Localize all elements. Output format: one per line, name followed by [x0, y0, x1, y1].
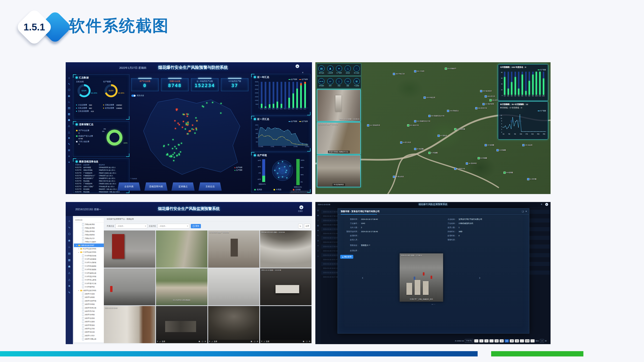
- page-button-14[interactable]: 14: [505, 339, 509, 343]
- map-marker[interactable]: 82-药物棚: [478, 157, 487, 159]
- map-marker[interactable]: 150-成品库: [522, 144, 532, 146]
- gear-icon[interactable]: ⚙: [541, 203, 542, 205]
- tree-item[interactable]: 浏阳市澄潭江镇: [74, 306, 104, 309]
- tool-area[interactable]: ▱面积: [326, 78, 334, 87]
- tl-close-icon[interactable]: ✕: [302, 71, 304, 74]
- gear-icon[interactable]: ⚙: [257, 341, 258, 343]
- br-user-avatar[interactable]: ☻: [545, 203, 548, 206]
- page-button-2[interactable]: 2: [484, 339, 488, 343]
- tree-item[interactable]: ▾浏阳市应急管理局: [74, 289, 104, 292]
- violation-row[interactable]: 01月27日明达花炮35栋引线中转 超人员1人: [75, 180, 128, 182]
- tab-2[interactable]: 违规违章列表: [144, 182, 168, 191]
- fullscreen-icon[interactable]: ❏: [306, 341, 307, 343]
- mute-icon[interactable]: ♪̸: [159, 341, 160, 343]
- map-marker[interactable]: 87-装药房: [438, 135, 447, 137]
- map-marker[interactable]: 231-药物烘干: [445, 67, 456, 70]
- tool-people[interactable]: ♟人员报警: [326, 65, 334, 74]
- video-cell-9[interactable]: 2021-12-13 13:45: [104, 306, 155, 343]
- mute-icon[interactable]: ♪̸: [264, 341, 265, 343]
- clock-icon[interactable]: ⬡: [67, 232, 71, 236]
- tree-item[interactable]: ▾湖南省应急管理厅: [74, 244, 104, 247]
- video-cell-11[interactable]: Ⅱ♪̸直播▣❏⚙: [208, 306, 260, 343]
- map-marker[interactable]: 21-码放棚: [428, 152, 438, 154]
- tree-item[interactable]: 宁乡市老粮仓镇: [74, 271, 104, 275]
- toggle-pill[interactable]: [131, 95, 136, 97]
- next-arrow[interactable]: ›: [479, 276, 480, 280]
- tree-item[interactable]: 浏阳市文家市镇: [74, 299, 104, 303]
- pause-icon[interactable]: Ⅱ: [157, 341, 158, 343]
- tree-item[interactable]: 万载县株潭镇: [74, 223, 104, 226]
- list-icon[interactable]: ≡: [67, 154, 71, 158]
- enterprise-dot[interactable]: [220, 103, 222, 104]
- map-marker[interactable]: 36-黑火药库: [393, 176, 404, 178]
- tool-clipboard[interactable]: ▤基本信息: [318, 65, 326, 74]
- enterprise-dot[interactable]: [174, 157, 175, 158]
- tree-item[interactable]: 万载县马步乡: [74, 237, 104, 240]
- video-cell-7[interactable]: [208, 268, 260, 306]
- diamond-icon[interactable]: ⚠: [67, 271, 71, 275]
- enterprise-dot[interactable]: [178, 153, 180, 154]
- tree-item[interactable]: 万载县潭埠镇: [74, 230, 104, 233]
- enterprise-dot[interactable]: [179, 124, 180, 125]
- map-marker[interactable]: 308-炸药中转: [475, 107, 487, 109]
- video-cell-6[interactable]: 24-1与25号工房专用通道: [156, 268, 208, 306]
- alarm-icon[interactable]: ▦: [67, 258, 71, 262]
- goto-input[interactable]: 14: [540, 339, 544, 343]
- pip-icon[interactable]: ▣: [251, 341, 252, 343]
- per-page-select[interactable]: 20条/页 ▾: [465, 339, 473, 343]
- violation-row[interactable]: 01月27日金科来烟花150A栋装药间 超人员1人: [75, 167, 128, 169]
- page-button-3229[interactable]: 3229: [525, 339, 529, 343]
- tree-item[interactable]: 宁乡市花明楼镇: [74, 258, 104, 261]
- mute-icon[interactable]: ♪̸: [212, 341, 212, 343]
- enterprise-dot[interactable]: [176, 110, 177, 111]
- grid-icon[interactable]: ▤: [67, 252, 71, 255]
- map-marker[interactable]: 125-半成品库: [424, 96, 435, 99]
- temp-icon[interactable]: ♨: [67, 245, 71, 249]
- enterprise-dot[interactable]: [203, 106, 204, 107]
- triangle-icon[interactable]: △: [67, 130, 71, 134]
- map-marker[interactable]: 283-年检工房: [393, 73, 404, 75]
- map-marker[interactable]: 93-组装棚: [504, 172, 513, 174]
- edit-icon[interactable]: ✎: [67, 142, 71, 146]
- prev-arrow[interactable]: ‹: [362, 276, 363, 280]
- search-button[interactable]: 查询: [191, 224, 201, 228]
- map-marker[interactable]: 305-切引房: [485, 95, 495, 97]
- enterprise-dot[interactable]: [172, 154, 174, 155]
- violation-row[interactable]: 01月27日广兴烟花材料25栋牵引(组合) 超人员1人: [75, 172, 128, 174]
- video-cell-5[interactable]: [104, 268, 155, 306]
- pip-icon[interactable]: ▣: [303, 341, 304, 343]
- tool-bell[interactable]: ✦生产预警: [335, 65, 343, 74]
- modal-close-icon[interactable]: ✕: [525, 210, 527, 213]
- map-marker[interactable]: 281-中转房: [414, 70, 424, 72]
- gear-icon[interactable]: ⚙: [309, 341, 310, 343]
- page-button-13[interactable]: 13: [500, 339, 504, 343]
- page-button-…[interactable]: …: [490, 339, 494, 343]
- grid-icon[interactable]: ▦: [67, 112, 71, 116]
- tree-item[interactable]: 浏阳市张坊镇: [74, 330, 104, 334]
- enterprise-dot[interactable]: [196, 128, 197, 129]
- enterprise-dot[interactable]: [181, 143, 182, 144]
- enterprise-dot[interactable]: [180, 151, 181, 153]
- tree-item[interactable]: 万载县工业园区: [74, 240, 104, 244]
- building-icon[interactable]: ◉: [67, 238, 71, 242]
- tab-4[interactable]: 主机信息: [198, 182, 222, 191]
- fullscreen-icon[interactable]: ❏: [202, 341, 203, 343]
- enterprise-dot[interactable]: [188, 133, 188, 134]
- warning-icon[interactable]: ⚠: [67, 124, 71, 128]
- tab-3[interactable]: 监管重点: [172, 182, 194, 191]
- enterprise-dot[interactable]: [170, 155, 172, 156]
- tool-station[interactable]: ⊞工位图标: [352, 78, 360, 87]
- camera-thumb-3[interactable]: 94-无药材料库: [317, 155, 361, 187]
- tree-item[interactable]: 万载县黄茅镇: [74, 226, 104, 230]
- map-marker[interactable]: 323-成品中转: [407, 124, 419, 126]
- alarm-icon[interactable]: ☗: [67, 118, 71, 122]
- trend-icon[interactable]: ∿: [67, 82, 71, 86]
- apps-icon[interactable]: ❖: [67, 284, 71, 288]
- enterprise-dot[interactable]: [185, 128, 186, 130]
- cube-icon[interactable]: ⬡: [67, 88, 71, 92]
- video-cell-4[interactable]: 2021年12月13日 星期一 13:10:34: [260, 231, 312, 268]
- tree-item[interactable]: 万载县双桥镇: [74, 233, 104, 237]
- home-icon[interactable]: ⌂: [67, 219, 71, 223]
- tree-item[interactable]: 浏阳市金刚镇: [74, 296, 104, 299]
- map-marker[interactable]: 19-固引药房: [400, 141, 411, 144]
